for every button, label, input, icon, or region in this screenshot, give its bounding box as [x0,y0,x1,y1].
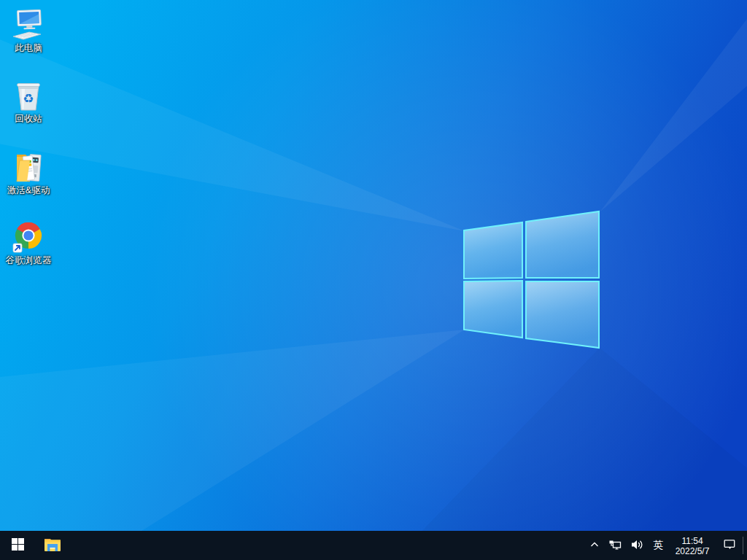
desktop-icon-activation-drivers[interactable]: 激活&驱动 [1,150,56,195]
desktop-icon-google-chrome[interactable]: 谷歌浏览器 [1,220,56,265]
desktop-icon-label: 此电脑 [15,43,42,53]
wallpaper[interactable] [0,0,747,560]
flag-pane-bottom-left [464,281,522,338]
desktop-icon-label: 谷歌浏览器 [6,255,52,265]
shortcut-arrow-overlay [13,244,22,252]
show-desktop-button[interactable] [743,537,747,554]
desktop-icon-label: 回收站 [15,114,42,124]
ethernet-network-icon [608,539,622,553]
notification-bubble-icon [723,538,736,553]
tray-hidden-icons-button[interactable] [585,531,604,560]
tray-clock[interactable]: 11:54 2022/5/7 [668,531,716,560]
svg-text:♻: ♻ [23,91,34,106]
flag-pane-top-right [526,211,599,278]
recycle-bin-icon: ♻ [12,79,45,112]
desktop-icon-recycle-bin[interactable]: ♻ 回收站 [1,79,56,124]
speaker-volume-icon [630,539,643,553]
folder-icon [12,150,45,184]
windows-logo-icon [12,538,24,553]
clock-time: 11:54 [681,536,703,546]
flag-pane-top-left [464,222,522,279]
tray-input-method-indicator[interactable]: 英 [648,531,668,560]
this-pc-icon [12,8,45,42]
desktop-icon-this-pc[interactable]: 此电脑 [1,8,56,53]
chevron-up-icon [589,540,600,552]
file-explorer-icon [44,537,61,555]
system-tray: 英 11:54 2022/5/7 [585,531,747,560]
chrome-icon [12,220,45,254]
start-button[interactable] [0,531,35,560]
taskbar-file-explorer-button[interactable] [35,531,70,560]
tray-network-button[interactable] [604,531,626,560]
tray-volume-button[interactable] [626,531,648,560]
taskbar: 英 11:54 2022/5/7 [0,531,747,560]
desktop-icon-label: 激活&驱动 [7,185,50,195]
action-center-button[interactable] [716,531,743,560]
flag-pane-bottom-right [526,281,599,348]
windows-desktop: 此电脑 ♻ 回收站 [0,0,747,560]
clock-date: 2022/5/7 [676,546,710,556]
